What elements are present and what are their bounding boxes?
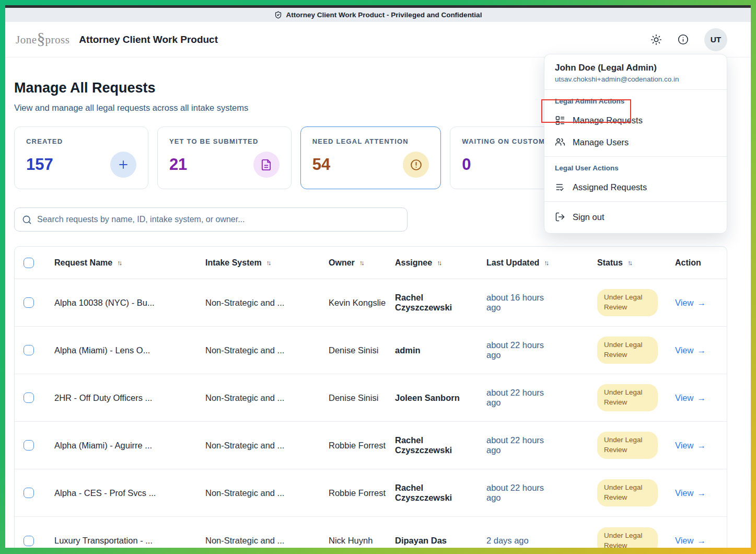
menu-item-manage-requests[interactable]: Manage Requests xyxy=(544,109,727,131)
confidential-banner: Attorney Client Work Product - Privilege… xyxy=(5,8,751,22)
stat-label: YET TO BE SUBMITTED xyxy=(169,137,280,145)
status-badge: Under Legal Review xyxy=(597,384,658,411)
arrow-right-icon: → xyxy=(697,488,706,498)
assignee-cell: Dipayan Das xyxy=(395,536,486,546)
row-checkbox[interactable] xyxy=(24,297,34,308)
column-header-assignee[interactable]: Assignee↑↓ xyxy=(395,258,486,268)
last-updated-cell: about 22 hours ago xyxy=(486,483,571,503)
legal-admin-actions-section: Legal Admin Actions Manage Requests Mana… xyxy=(544,90,727,156)
section-label: Legal Admin Actions xyxy=(544,96,727,109)
table-row: Alpha (Miami) - Aguirre ... Non-Strategi… xyxy=(15,422,727,469)
column-header-action: Action xyxy=(660,258,727,268)
sort-icon[interactable]: ↑↓ xyxy=(359,259,363,267)
sort-icon[interactable]: ↑↓ xyxy=(437,259,440,267)
info-button[interactable] xyxy=(678,34,689,45)
info-icon xyxy=(678,34,689,45)
arrow-right-icon: → xyxy=(697,536,706,546)
stat-card-created[interactable]: CREATED 157 xyxy=(14,126,148,189)
menu-item-manage-users[interactable]: Manage Users xyxy=(544,131,727,153)
last-updated-cell: about 22 hours ago xyxy=(486,435,571,455)
file-text-icon xyxy=(253,152,280,178)
owner-cell: Nick Huynh xyxy=(329,536,395,546)
stat-value: 157 xyxy=(26,155,53,174)
theme-toggle-button[interactable] xyxy=(650,34,662,45)
view-link[interactable]: View→ xyxy=(675,298,706,308)
intake-system-cell: Non-Strategic and ... xyxy=(205,345,329,355)
view-link[interactable]: View→ xyxy=(675,393,706,403)
sort-icon[interactable]: ↑↓ xyxy=(627,259,631,267)
action-cell: View→ xyxy=(660,345,727,355)
column-header-status[interactable]: Status↑↓ xyxy=(571,258,660,268)
last-updated-cell: about 22 hours ago xyxy=(486,340,571,360)
status-badge: Under Legal Review xyxy=(597,289,658,316)
stat-value: 54 xyxy=(312,155,330,174)
header-actions: UT xyxy=(650,28,727,51)
view-link[interactable]: View→ xyxy=(675,441,706,451)
legal-user-actions-section: Legal User Actions Assigned Requests xyxy=(544,157,727,201)
column-header-last-updated[interactable]: Last Updated↑↓ xyxy=(486,258,571,268)
menu-item-sign-out[interactable]: Sign out xyxy=(544,206,727,228)
status-cell: Under Legal Review xyxy=(571,432,660,459)
layout-list-icon xyxy=(555,115,565,125)
list-check-icon xyxy=(555,182,565,192)
app-window: Attorney Client Work Product - Privilege… xyxy=(5,5,751,548)
table-row: Alpha (Miami) - Lens O... Non-Strategic … xyxy=(15,327,727,374)
select-all-checkbox[interactable] xyxy=(24,258,34,268)
row-checkbox[interactable] xyxy=(24,488,34,498)
assignee-cell: Rachel Czyszczewski xyxy=(395,293,486,313)
table-header-row: Request Name↑↓ Intake System↑↓ Owner↑↓ A… xyxy=(15,247,727,279)
column-header-owner[interactable]: Owner↑↓ xyxy=(329,258,395,268)
requests-table: Request Name↑↓ Intake System↑↓ Owner↑↓ A… xyxy=(14,246,727,548)
row-checkbox[interactable] xyxy=(24,440,34,451)
request-name-cell: Alpha (Miami) - Aguirre ... xyxy=(54,441,205,451)
table-row: Alpha - CES - Prof Svcs ... Non-Strategi… xyxy=(15,469,727,517)
user-avatar[interactable]: UT xyxy=(704,28,727,51)
column-header-intake-system[interactable]: Intake System↑↓ xyxy=(205,258,329,268)
stat-card-yet-to-be-submitted[interactable]: YET TO BE SUBMITTED 21 xyxy=(157,126,292,189)
user-name: John Doe (Legal Admin) xyxy=(555,63,716,73)
view-link[interactable]: View→ xyxy=(675,345,706,355)
logo-text-left: Jone xyxy=(16,33,37,47)
view-link[interactable]: View→ xyxy=(675,536,706,546)
action-cell: View→ xyxy=(660,298,727,308)
arrow-right-icon: → xyxy=(697,298,706,308)
action-cell: View→ xyxy=(660,441,727,451)
intake-system-cell: Non-Strategic and ... xyxy=(205,441,329,451)
jonespross-logo: Jone§pross xyxy=(16,32,69,47)
owner-cell: Kevin Kongslie xyxy=(329,298,395,308)
stat-label: CREATED xyxy=(26,137,136,145)
intake-system-cell: Non-Strategic and ... xyxy=(205,488,329,498)
last-updated-cell: 2 days ago xyxy=(486,536,571,546)
sort-icon[interactable]: ↑↓ xyxy=(266,259,270,267)
arrow-right-icon: → xyxy=(697,345,706,355)
menu-item-label: Manage Users xyxy=(573,137,629,147)
status-badge: Under Legal Review xyxy=(597,432,658,459)
row-checkbox[interactable] xyxy=(24,536,34,546)
request-name-cell: Alpha 10038 (NYC) - Bu... xyxy=(54,298,205,308)
assignee-cell: Rachel Czyszczewski xyxy=(395,435,486,455)
screen-recording-frame: Attorney Client Work Product - Privilege… xyxy=(0,0,756,554)
menu-item-assigned-requests[interactable]: Assigned Requests xyxy=(544,176,727,198)
sort-icon[interactable]: ↑↓ xyxy=(117,259,121,267)
column-header-request-name[interactable]: Request Name↑↓ xyxy=(54,258,205,268)
view-link[interactable]: View→ xyxy=(675,488,706,498)
request-name-cell: Alpha - CES - Prof Svcs ... xyxy=(54,488,205,498)
stat-label: NEED LEGAL ATTENTION xyxy=(312,137,429,145)
status-cell: Under Legal Review xyxy=(571,289,660,316)
section-label: Legal User Actions xyxy=(544,163,727,176)
row-checkbox[interactable] xyxy=(24,393,34,403)
logo-section-sign: § xyxy=(37,33,45,44)
menu-item-label: Assigned Requests xyxy=(573,182,647,192)
app-header: Jone§pross Attorney Client Work Product … xyxy=(5,22,751,57)
users-icon xyxy=(555,137,565,147)
search-input[interactable] xyxy=(37,215,400,224)
row-checkbox[interactable] xyxy=(24,345,34,355)
assignee-cell: Joleen Sanborn xyxy=(395,393,486,403)
table-row: 2HR - Off Duty Officers ... Non-Strategi… xyxy=(15,374,727,422)
owner-cell: Robbie Forrest xyxy=(329,441,395,451)
sort-icon[interactable]: ↑↓ xyxy=(544,259,548,267)
confidential-banner-text: Attorney Client Work Product - Privilege… xyxy=(286,11,482,19)
stat-value: 21 xyxy=(169,155,187,174)
stat-card-need-legal-attention[interactable]: NEED LEGAL ATTENTION 54 xyxy=(300,126,441,189)
owner-cell: Denise Sinisi xyxy=(329,393,395,403)
